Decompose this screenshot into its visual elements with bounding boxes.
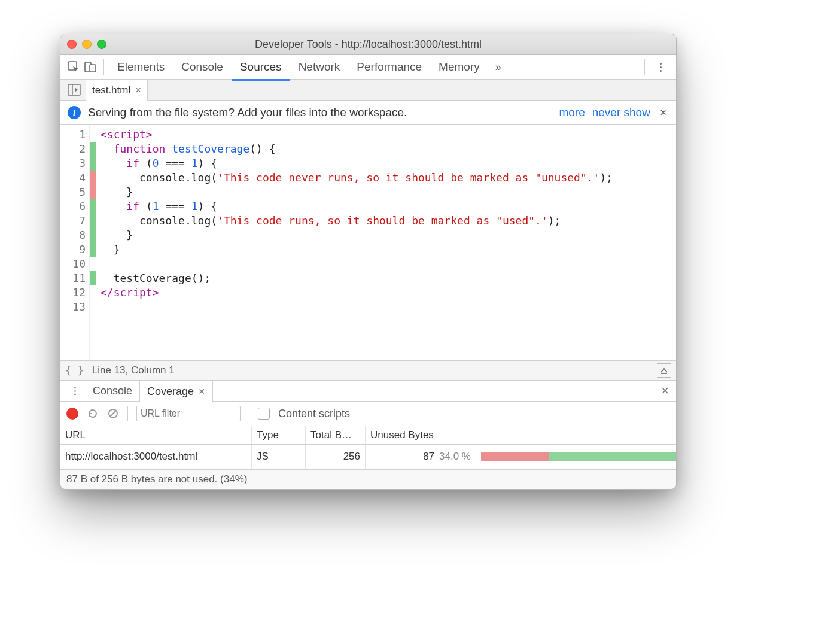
tab-sources[interactable]: Sources [232,55,290,81]
svg-rect-2 [90,65,96,72]
drawer-tabstrip: ConsoleCoverage× × [60,381,676,402]
coverage-table: URLTypeTotal B…Unused Bytes http://local… [60,426,676,469]
more-tabs-button[interactable]: » [488,61,506,74]
tab-memory[interactable]: Memory [430,55,488,79]
cell-total: 256 [306,445,366,469]
coverage-gutter [90,125,96,360]
svg-rect-3 [68,84,80,95]
navigator-toggle-button[interactable] [65,82,83,98]
main-tabstrip: ElementsConsoleSourcesNetworkPerformance… [60,55,676,80]
close-icon[interactable]: × [135,84,141,96]
cell-usage-bar [476,445,677,469]
close-icon[interactable]: × [199,385,205,398]
coverage-toolbar: Content scripts [60,402,676,426]
info-icon: i [68,106,81,119]
collapse-drawer-button[interactable] [657,363,671,378]
titlebar: Developer Tools - http://localhost:3000/… [60,34,676,55]
tab-elements[interactable]: Elements [109,55,173,79]
column-header[interactable]: Total B… [306,426,366,444]
settings-menu-button[interactable] [650,63,671,72]
window-close-button[interactable] [67,40,77,49]
workspace-infobar: i Serving from the file system? Add your… [60,101,676,125]
drawer-tab-coverage[interactable]: Coverage× [139,381,213,402]
cell-unused: 8734.0 % [366,445,476,469]
file-tab-label: test.html [92,84,130,96]
cell-type: JS [252,445,306,469]
content-scripts-label: Content scripts [278,408,350,420]
coverage-summary: 87 B of 256 B bytes are not used. (34%) [60,469,676,489]
window-title: Developer Tools - http://localhost:3000/… [60,38,676,51]
tab-performance[interactable]: Performance [348,55,430,79]
content-scripts-checkbox[interactable] [258,408,270,420]
cursor-position: Line 13, Column 1 [92,364,175,376]
clear-icon[interactable] [107,408,119,420]
reload-icon[interactable] [87,408,99,420]
editor-statusbar: { } Line 13, Column 1 [60,360,676,381]
record-button[interactable] [66,408,78,420]
url-filter-input[interactable] [136,406,241,421]
column-header-usage [476,426,676,444]
pretty-print-button[interactable]: { } [65,364,84,376]
tab-network[interactable]: Network [290,55,349,79]
column-header[interactable]: URL [60,426,252,444]
source-editor[interactable]: 12345678910111213 <script> function test… [60,125,676,360]
devtools-window: Developer Tools - http://localhost:3000/… [60,34,677,490]
line-number-gutter: 12345678910111213 [60,125,90,360]
code-area[interactable]: <script> function testCoverage() { if (0… [96,125,676,360]
close-drawer-button[interactable]: × [657,383,672,399]
inspect-element-icon[interactable] [65,59,82,75]
table-row[interactable]: http://localhost:3000/test.htmlJS2568734… [60,445,676,469]
cell-url: http://localhost:3000/test.html [60,445,252,469]
infobar-more-link[interactable]: more [559,106,585,119]
infobar-never-show-link[interactable]: never show [592,106,650,119]
svg-line-7 [110,411,116,417]
file-tab-active[interactable]: test.html × [86,80,148,101]
window-minimize-button[interactable] [82,40,92,49]
drawer-menu-button[interactable] [65,387,84,395]
device-toolbar-icon[interactable] [82,59,99,75]
column-header[interactable]: Unused Bytes [366,426,476,444]
column-header[interactable]: Type [252,426,306,444]
close-icon[interactable]: × [657,106,669,119]
coverage-table-header: URLTypeTotal B…Unused Bytes [60,426,676,445]
window-maximize-button[interactable] [97,40,106,49]
infobar-text: Serving from the file system? Add your f… [88,106,407,119]
tab-console[interactable]: Console [173,55,232,79]
drawer-tab-console[interactable]: Console [86,381,139,401]
file-tab-row: test.html × [60,80,676,101]
